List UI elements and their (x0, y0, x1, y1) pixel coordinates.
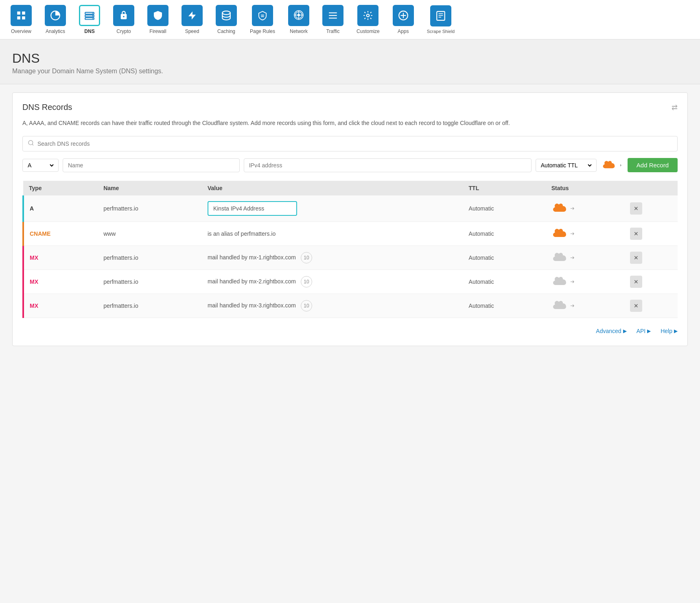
col-actions (624, 181, 678, 195)
record-name: perfmatters.io (98, 270, 202, 294)
record-ttl: Automatic (463, 270, 546, 294)
svg-point-12 (123, 16, 125, 18)
delete-button[interactable]: ✕ (630, 300, 642, 312)
record-name: perfmatters.io (98, 246, 202, 270)
svg-rect-3 (22, 16, 25, 20)
record-name: www (98, 221, 202, 246)
add-record-button[interactable]: Add Record (628, 158, 678, 172)
help-label: Help (661, 328, 672, 334)
card-header: DNS Records ⇄ (22, 103, 678, 112)
crypto-icon (113, 5, 134, 26)
svg-point-25 (367, 14, 370, 17)
record-status (546, 270, 625, 294)
record-delete: ✕ (624, 270, 678, 294)
record-status (546, 195, 625, 222)
delete-button[interactable]: ✕ (630, 276, 642, 288)
nav-label-traffic: Traffic (326, 29, 340, 34)
svg-rect-29 (437, 11, 445, 20)
record-status (546, 246, 625, 270)
card-description: A, AAAA, and CNAME records can have thei… (22, 118, 678, 127)
search-bar (22, 136, 678, 151)
nav-label-analytics: Analytics (46, 29, 65, 34)
main-content: DNS Records ⇄ A, AAAA, and CNAME records… (0, 84, 700, 354)
record-type-mx: MX (23, 270, 98, 294)
nav-item-customize[interactable]: Customize (350, 0, 386, 39)
analytics-icon (45, 5, 66, 26)
ttl-select[interactable]: Automatic TTL 2 min 5 min 1 hour 1 day (539, 162, 593, 169)
record-type-cname: CNAME (23, 221, 98, 246)
cloud-toggle-button[interactable] (601, 158, 623, 173)
record-type-mx: MX (23, 294, 98, 318)
nav-item-firewall[interactable]: Firewall (141, 0, 175, 39)
svg-rect-1 (22, 11, 25, 15)
dns-records-card: DNS Records ⇄ A, AAAA, and CNAME records… (12, 92, 688, 346)
delete-button[interactable]: ✕ (630, 228, 642, 240)
record-delete: ✕ (624, 195, 678, 222)
ttl-select-wrapper[interactable]: Automatic TTL 2 min 5 min 1 hour 1 day (536, 159, 597, 172)
nav-item-traffic[interactable]: Traffic (316, 0, 350, 39)
svg-marker-13 (188, 11, 196, 20)
record-delete: ✕ (624, 294, 678, 318)
nav-item-dns[interactable]: DNS (72, 0, 107, 39)
card-toggle-icon[interactable]: ⇄ (672, 103, 678, 112)
record-ttl: Automatic (463, 221, 546, 246)
delete-button[interactable]: ✕ (630, 252, 642, 264)
api-label: API (637, 328, 646, 334)
record-value: mail handled by mx-3.rightbox.com 10 (202, 294, 463, 318)
advanced-link[interactable]: Advanced ▶ (596, 328, 626, 334)
table-row: MX perfmatters.io mail handled by mx-1.r… (23, 246, 678, 270)
page-subtitle: Manage your Domain Name System (DNS) set… (12, 68, 688, 75)
record-type-a: A (23, 195, 98, 222)
nav-label-overview: Overview (11, 29, 31, 34)
nav-item-apps[interactable]: Apps (386, 0, 420, 39)
help-link[interactable]: Help ▶ (661, 328, 678, 334)
page-title: DNS (12, 51, 688, 66)
record-status (546, 221, 625, 246)
record-type-select-wrapper[interactable]: A AAAA CNAME MX TXT (22, 159, 59, 172)
firewall-icon (147, 5, 168, 26)
advanced-label: Advanced (596, 328, 621, 334)
card-footer: Advanced ▶ API ▶ Help ▶ (22, 321, 678, 336)
nav-item-speed[interactable]: Speed (175, 0, 209, 39)
advanced-arrow-icon: ▶ (623, 328, 627, 334)
nav-label-scrape-shield: Scrape Shield (427, 29, 455, 34)
customize-icon (357, 5, 378, 26)
col-status: Status (546, 181, 625, 195)
page-header: DNS Manage your Domain Name System (DNS)… (0, 39, 700, 84)
svg-point-9 (92, 15, 93, 16)
nav-label-network: Network (290, 29, 308, 34)
nav-item-scrape-shield[interactable]: Scrape Shield (420, 0, 462, 39)
dns-records-table: Type Name Value TTL Status A perfmatters… (22, 181, 678, 318)
nav-label-firewall: Firewall (149, 29, 166, 34)
record-value: is an alias of perfmatters.io (202, 221, 463, 246)
add-record-form: A AAAA CNAME MX TXT Automatic TTL 2 min … (22, 158, 678, 173)
col-type: Type (23, 181, 98, 195)
record-delete: ✕ (624, 221, 678, 246)
apps-icon (393, 5, 414, 26)
col-name: Name (98, 181, 202, 195)
delete-button[interactable]: ✕ (630, 202, 642, 215)
nav-label-caching: Caching (217, 29, 235, 34)
record-type-mx: MX (23, 246, 98, 270)
nav-label-apps: Apps (398, 29, 409, 34)
record-ttl: Automatic (463, 294, 546, 318)
nav-item-network[interactable]: Network (282, 0, 316, 39)
top-navigation: Overview Analytics DNS Crypto F (0, 0, 700, 39)
nav-item-overview[interactable]: Overview (4, 0, 38, 39)
api-link[interactable]: API ▶ (637, 328, 651, 334)
mx-priority-badge: 10 (301, 252, 312, 263)
nav-item-crypto[interactable]: Crypto (107, 0, 141, 39)
nav-item-page-rules[interactable]: Page Rules (243, 0, 282, 39)
nav-item-analytics[interactable]: Analytics (38, 0, 72, 39)
traffic-icon (322, 5, 343, 26)
nav-label-speed: Speed (185, 29, 199, 34)
svg-point-10 (92, 18, 93, 19)
search-input[interactable] (37, 140, 672, 147)
scrape-shield-icon (430, 5, 451, 26)
record-type-select[interactable]: A AAAA CNAME MX TXT (26, 162, 55, 169)
nav-item-caching[interactable]: Caching (209, 0, 243, 39)
record-name: perfmatters.io (98, 294, 202, 318)
record-name-input[interactable] (63, 158, 240, 172)
record-value-input[interactable] (244, 158, 532, 172)
api-arrow-icon: ▶ (647, 328, 651, 334)
